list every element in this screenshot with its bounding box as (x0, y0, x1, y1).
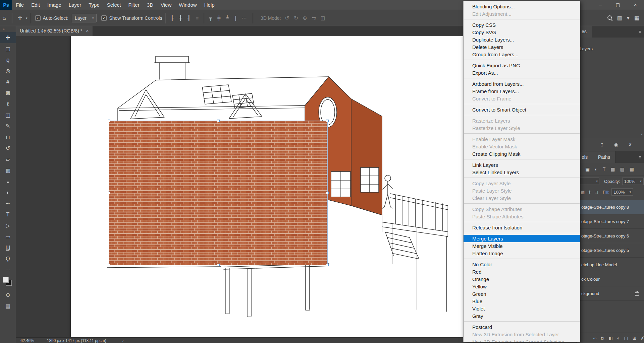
shape-filter-icon[interactable]: ▦ (610, 166, 615, 172)
context-menu-item[interactable]: Copy CSS (464, 21, 580, 28)
delete-icon[interactable]: ✗ (628, 142, 632, 147)
layer-effects-icon[interactable]: fx (601, 336, 604, 341)
context-menu-item[interactable]: Rasterize Layer Style (464, 124, 580, 132)
context-menu-item[interactable]: Merge Layers (464, 235, 580, 242)
context-menu-item[interactable]: Blue (464, 297, 580, 305)
lock-position-icon[interactable]: ✛ (588, 190, 591, 195)
blur-tool[interactable]: ◒ (0, 176, 16, 187)
context-menu-item[interactable]: Gray (464, 312, 580, 320)
align-left-icon[interactable]: ┠ (168, 15, 175, 21)
eraser-tool[interactable]: ▱ (0, 154, 16, 165)
context-menu-item[interactable]: Select Linked Layers (464, 168, 580, 176)
adjustment-filter-icon[interactable]: ◐ (595, 166, 597, 172)
crop-tool[interactable]: # (0, 76, 16, 87)
layer-mask-icon[interactable]: ◧ (608, 336, 612, 341)
context-menu-item[interactable]: New 3D Extrusion from Selected Layer (464, 331, 580, 338)
fill-field[interactable]: 100% ▾ (611, 188, 633, 196)
transform-handle[interactable] (217, 120, 220, 122)
layer-row[interactable]: otage-Stre...tures copy 7 (577, 214, 644, 229)
context-menu-item[interactable]: Convert to Smart Object (464, 106, 580, 113)
menubar-item[interactable]: 3D (143, 0, 157, 10)
panel-menu-icon[interactable]: ≡ (636, 25, 644, 38)
dodge-tool[interactable]: ◐ (0, 187, 16, 198)
screen-mode-icon[interactable]: ▤ (0, 300, 16, 312)
type-tool[interactable]: T (0, 209, 16, 220)
workspace-switcher-icon[interactable]: ▦ (634, 15, 639, 21)
maximize-button[interactable]: ▢ (609, 0, 627, 10)
context-menu-item[interactable]: No Color (464, 261, 580, 268)
eyedropper-tool[interactable]: ℓ (0, 98, 16, 110)
align-bottom-icon[interactable]: ┷ (224, 15, 231, 21)
chevron-down-icon[interactable]: ▾ (26, 16, 28, 20)
camera-icon[interactable]: ◉ (614, 142, 618, 147)
context-menu-item[interactable]: Rasterize Layers (464, 117, 580, 124)
new-layer-icon[interactable]: ⊞ (633, 336, 636, 341)
transform-handle[interactable] (108, 120, 110, 122)
context-menu-item[interactable]: Convert to Frame (464, 95, 580, 102)
link-layers-icon[interactable]: ∞ (593, 336, 596, 341)
layer-row[interactable]: etchup Line Model (577, 258, 644, 272)
close-button[interactable]: × (627, 0, 644, 10)
context-menu-item[interactable]: New 3D Extrusion from Current Selection (464, 338, 580, 342)
align-center-h-icon[interactable]: ╂ (177, 15, 184, 21)
panel-tab[interactable]: Paths (593, 151, 615, 163)
attr-filter-icon[interactable]: ▩ (630, 166, 634, 172)
transform-handle[interactable] (326, 264, 329, 266)
more-options-icon[interactable]: ⋯ (239, 15, 250, 21)
context-menu-item[interactable]: Quick Export as PNG (464, 62, 580, 69)
layer-row[interactable]: ck Colour (577, 272, 644, 286)
context-menu-item[interactable]: Clear Layer Style (464, 194, 580, 202)
pixel-filter-icon[interactable]: ▣ (585, 166, 590, 172)
status-chevron-icon[interactable]: › (122, 338, 124, 343)
context-menu-item[interactable]: Copy SVG (464, 28, 580, 36)
panel-menu-icon[interactable]: ≡ (636, 151, 644, 163)
transform-handle[interactable] (326, 120, 329, 122)
context-menu-item[interactable]: Edit Adjustment... (464, 10, 580, 17)
context-menu-item[interactable]: Flatten Image (464, 250, 580, 257)
context-menu-item[interactable]: Yellow (464, 283, 580, 290)
move-tool-icon[interactable]: ✛ (15, 15, 25, 21)
quick-selection-tool[interactable]: ◎ (0, 65, 16, 76)
lock-all-icon[interactable]: ◻ (594, 190, 598, 195)
align-right-icon[interactable]: ┨ (185, 15, 192, 21)
minimize-button[interactable]: – (592, 0, 609, 10)
align-middle-icon[interactable]: ┿ (215, 15, 222, 21)
brick-texture-layer[interactable] (109, 121, 327, 265)
color-swatches[interactable] (0, 275, 16, 289)
layer-row[interactable]: otage-Stre...tures copy 8 (577, 200, 644, 214)
move-tool[interactable]: ✛ (0, 32, 16, 43)
menubar-item[interactable]: Select (103, 0, 125, 10)
context-menu-item[interactable]: Paste Shape Attributes (464, 213, 580, 220)
menubar-item[interactable]: Help (201, 0, 218, 10)
home-icon[interactable]: ⌂ (0, 15, 9, 21)
context-menu-item[interactable]: Group from Layers... (464, 51, 580, 58)
context-menu-item[interactable]: Copy Layer Style (464, 180, 580, 187)
context-menu-item[interactable]: Enable Vector Mask (464, 143, 580, 150)
workspace-panel-icon[interactable]: ▥ (617, 15, 622, 21)
healing-brush-tool[interactable]: ◫ (0, 110, 16, 121)
lasso-tool[interactable]: ϱ (0, 54, 16, 65)
context-menu-item[interactable]: Merge Visible (464, 242, 580, 250)
context-menu-item[interactable]: Blending Options... (464, 3, 580, 10)
quick-mask-icon[interactable]: ⊙ (0, 289, 16, 300)
brush-tool[interactable]: ✎ (0, 121, 16, 132)
delete-layer-icon[interactable]: ✗ (641, 336, 644, 341)
menubar-item[interactable]: View (157, 0, 175, 10)
menubar-item[interactable]: Layer (65, 0, 85, 10)
transform-handle[interactable] (108, 192, 110, 194)
context-menu-item[interactable]: Duplicate Layers... (464, 36, 580, 43)
type-filter-icon[interactable]: T (603, 166, 606, 172)
menubar-item[interactable]: Window (175, 0, 200, 10)
collapse-chevron-icon[interactable]: » (0, 25, 16, 32)
distribute-h-icon[interactable]: ≡ (194, 15, 201, 21)
layer-row[interactable]: ckground (577, 286, 644, 301)
layer-row[interactable]: otage-Stre...tures copy 6 (577, 229, 644, 243)
align-top-icon[interactable]: ┯ (207, 15, 214, 21)
transform-handle[interactable] (326, 192, 329, 194)
zoom-tool[interactable]: Ϙ (0, 253, 16, 264)
transform-handle[interactable] (217, 264, 220, 266)
context-menu-item[interactable]: Red (464, 268, 580, 275)
context-menu-item[interactable]: Orange (464, 275, 580, 283)
context-menu-item[interactable]: Copy Shape Attributes (464, 205, 580, 213)
menubar-item[interactable]: Edit (28, 0, 44, 10)
